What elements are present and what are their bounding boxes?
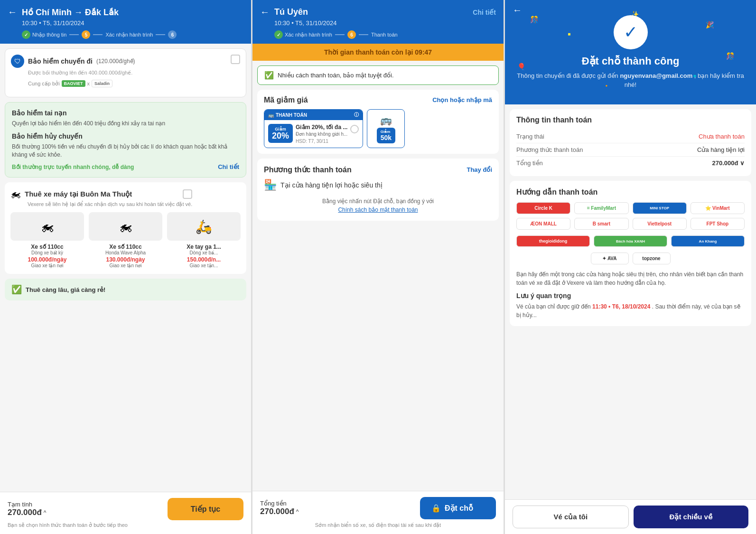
bike-img-1: 🏍	[89, 212, 162, 241]
panel1-back-button[interactable]: ←	[8, 7, 17, 18]
return-trip-button[interactable]: Đặt chiều về	[634, 506, 749, 528]
coupon-discount-0: Giảm 20%	[268, 124, 293, 143]
checkmark-icon: ✓	[624, 22, 638, 42]
aeon-logo: ÆON MALL	[516, 218, 570, 230]
panel2-back-button[interactable]: ←	[260, 7, 270, 18]
coupon-card-1[interactable]: 🚌 Giảm 50k	[367, 109, 405, 148]
panel3-back-button[interactable]: ←	[513, 5, 522, 16]
guide-text: Bạn hãy đến một trong các cửa hàng hoặc …	[516, 270, 745, 287]
book-lock-icon: 🔒	[431, 504, 441, 513]
bike-price-2: 150.000đ/n...	[167, 256, 241, 263]
rental-title: Thuê xe máy tại Buôn Ma Thuột	[25, 190, 132, 198]
coupon-radio-0[interactable]	[350, 125, 359, 133]
cancel-title: Bảo hiểm hủy chuyến	[12, 132, 239, 140]
bsmart-logo: B smart	[574, 218, 628, 230]
continue-button[interactable]: Tiếp tục	[168, 498, 243, 520]
panel-1: ← Hồ Chí Minh → Đắk Lắk 10:30 • T5, 31/1…	[0, 0, 251, 534]
coupon-small-icon: 🚌	[380, 114, 392, 126]
guide-title: Hướng dẫn thanh toán	[516, 187, 745, 197]
bike-type-0: Dòng xe bất kỳ	[10, 250, 84, 255]
bike-name-1: Xe số 110cc	[89, 244, 162, 250]
total-label-1: Tạm tính	[8, 501, 46, 508]
insurance-title: Bảo hiểm chuyến đi	[28, 57, 93, 65]
guide-section: Hướng dẫn thanh toán Circle K = FamilyMa…	[510, 181, 751, 326]
panel1-header: ← Hồ Chí Minh → Đắk Lắk 10:30 • T5, 31/1…	[0, 0, 251, 44]
info-label-2: Tổng tiền	[516, 159, 543, 167]
payment-section: Phương thức thanh toán Thay đổi 🏪 Tại cử…	[257, 159, 499, 221]
coupon-header-label: THANH TOÁN	[276, 112, 307, 118]
bike-img-0: 🏍	[10, 212, 84, 241]
accident-text: Quyền lợi bảo hiểm lên đến 400 triệu đồn…	[12, 120, 239, 128]
info-value-0: Chưa thanh toán	[699, 133, 745, 140]
bike-card-1: 🏍 Xe số 110cc Honda Wave Alpha 130.000đ/…	[89, 212, 162, 268]
step1-circle: ✓	[22, 30, 30, 39]
payment-method-icon: 🏪	[264, 179, 277, 191]
payment-method-text: Tại cửa hàng tiện lợi hoặc siêu thị	[280, 181, 383, 189]
family-mart-logo: = FamilyMart	[574, 202, 628, 214]
rental-checkbox[interactable]	[183, 189, 192, 199]
insurance-provider-note: Được bồi thường lên đến 400.000.000đ/ghế…	[28, 70, 135, 76]
panel3-bottom-buttons: Vé của tôi Đặt chiều về	[505, 499, 756, 534]
insurance-icon: 🛡	[11, 55, 24, 68]
panel1-steps: ✓ Nhập thông tin 5 Xác nhận hành trình 6	[22, 30, 243, 39]
bike-delivery-2: Giao xe tận...	[167, 263, 241, 268]
panel-3: ← 🎊 🎉 ✨ 🎈 🎊 ■ ■ ● ✓ Đặt chỗ thành công T…	[505, 0, 756, 534]
bike-img-2: 🛵	[167, 212, 241, 241]
step3: Xác nhận hành trình	[105, 32, 153, 38]
step4-circle: 6	[168, 30, 177, 39]
warning-title: Lưu ý quan trọng	[516, 292, 745, 300]
provider-label: Cung cấp bởi	[28, 81, 60, 87]
security-text: Nhiều cách thanh toán, bảo mật tuyệt đối…	[278, 72, 394, 79]
detail-link[interactable]: Chi tiết	[218, 163, 239, 170]
panel-2: ← Tú Uyên Chi tiết 10:30 • T5, 31/10/202…	[252, 0, 504, 534]
info-row-1: Phương thức thanh toán Cửa hàng tiện lợi	[516, 143, 745, 157]
payment-policy-link[interactable]: Chính sách bảo mật thanh toán	[338, 206, 418, 213]
insurance-detail-card: Bảo hiểm tai nạn Quyền lợi bảo hiểm lên …	[5, 102, 246, 178]
bike-type-1: Honda Wave Alpha	[89, 250, 162, 255]
discount-link[interactable]: Chọn hoặc nhập mã	[432, 96, 492, 103]
coupon-card-0[interactable]: 🚌 THANH TOÁN ⓘ Giảm 20% Giảm 20%, tối đa…	[264, 109, 363, 148]
bike-delivery-1: Giao xe tận nơi	[89, 263, 162, 268]
promo-text: Thuê càng lâu, giá càng rẻ!	[26, 286, 105, 293]
total-note-1: Bạn sẽ chọn hình thức thanh toán ở bước …	[8, 522, 243, 528]
insurance-checkbox[interactable]	[231, 55, 240, 64]
step1: ✓ Nhập thông tin	[22, 30, 66, 39]
panel2-header: ← Tú Uyên Chi tiết 10:30 • T5, 31/10/202…	[252, 0, 504, 44]
success-subtitle-before: Thông tin chuyến đi đã được gửi đến	[517, 72, 618, 79]
book-notice: Sớm nhận biển số xe, số điện thoại tài x…	[260, 522, 496, 528]
panel3-scroll: Thông tin thanh toán Trạng thái Chưa tha…	[505, 104, 756, 499]
bike-price-0: 100.000đ/ngày	[10, 256, 84, 263]
payment-info-title: Thông tin thanh toán	[516, 116, 745, 124]
panel2-datetime: 10:30 • T5, 31/10/2024	[274, 19, 496, 27]
baoviet-logo: BAOVIET	[62, 80, 85, 87]
store-logos-row4: ✦ AVA topzone	[516, 253, 745, 264]
panel2-step3-label: Thanh toán	[371, 32, 398, 37]
info-value-1: Cửa hàng tiện lợi	[697, 146, 745, 153]
coupon-info-icon: ⓘ	[354, 112, 359, 118]
cross-label: x	[87, 81, 90, 86]
total-chevron-2[interactable]: ^	[296, 508, 299, 515]
total-chevron-1[interactable]: ^	[44, 509, 47, 516]
info-row-2: Tổng tiền 270.000đ ∨	[516, 157, 745, 169]
rental-subtitle: Vexere sẽ liên hệ lại để xác nhận dịch v…	[28, 201, 192, 207]
payment-change-link[interactable]: Thay đổi	[467, 166, 492, 173]
circle-k-logo: Circle K	[516, 202, 570, 214]
saladin-logo: Saladin	[92, 80, 112, 87]
my-ticket-button[interactable]: Vé của tôi	[513, 506, 629, 528]
timer-value: 09:47	[415, 48, 432, 56]
viettel-logo: Viettelpost	[633, 218, 687, 230]
total-amount-1: 270.000đ	[8, 508, 42, 517]
step-line-1	[69, 34, 79, 35]
success-check-icon: ✓	[614, 15, 648, 49]
book-button[interactable]: 🔒 Đặt chỗ	[420, 497, 496, 519]
store-logos-grid: Circle K = FamilyMart MINI STOP ⭐ VinMar…	[516, 202, 745, 230]
panel2-steps: ✓ Xác nhận hành trình 6 Thanh toán	[274, 30, 496, 39]
coupon-type-icon: 🚌	[268, 112, 274, 118]
warning-text: Vé của bạn chỉ được giữ đến 11:30 • T6, …	[516, 302, 745, 319]
payment-method-row: 🏪 Tại cửa hàng tiện lợi hoặc siêu thị	[264, 179, 492, 191]
ava-logo: ✦ AVA	[591, 253, 629, 264]
bike-name-2: Xe tay ga 1...	[167, 244, 241, 250]
detail-link-2[interactable]: Chi tiết	[473, 9, 496, 16]
bikes-row: 🏍 Xe số 110cc Dòng xe bất kỳ 100.000đ/ng…	[10, 212, 241, 268]
payment-notice-text: Bằng việc nhấn nút Đặt chỗ, bạn đồng ý v…	[322, 198, 434, 205]
